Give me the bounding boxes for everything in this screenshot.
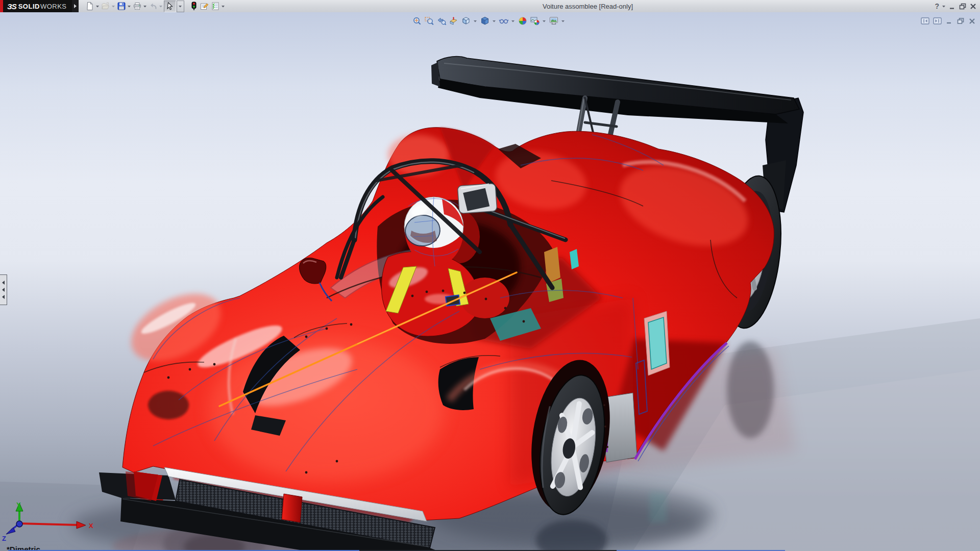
air-intake[interactable] xyxy=(457,183,497,213)
checker-flyout-caret[interactable] xyxy=(221,1,226,12)
save-flyout-caret[interactable] xyxy=(127,1,132,12)
collapse-arrow-icon xyxy=(2,295,5,299)
document-window-controls xyxy=(921,17,976,25)
collapse-arrow-icon xyxy=(2,281,5,285)
view-orientation-flyout-caret[interactable] xyxy=(473,15,478,26)
select-tool-icon[interactable] xyxy=(164,1,176,12)
comment-edit-icon[interactable] xyxy=(200,1,210,12)
zoom-to-fit-icon[interactable] xyxy=(411,15,422,26)
logo-works-text: WORKS xyxy=(40,3,67,10)
help-button[interactable]: ? xyxy=(935,2,939,10)
logo-expand-arrow-icon[interactable] xyxy=(72,0,79,12)
window-controls: ? xyxy=(935,0,977,12)
minimize-icon[interactable] xyxy=(948,3,956,10)
triad-y-label: Y xyxy=(16,501,21,509)
view-settings-icon[interactable] xyxy=(548,15,559,26)
undo-flyout-caret[interactable] xyxy=(159,1,163,12)
solidworks-window: ЗS SOLIDWORKS xyxy=(0,0,980,551)
stoplight-icon[interactable] xyxy=(189,1,199,12)
logo-mark: ЗS xyxy=(7,2,16,11)
document-title: Voiture assomblee [Read-only] xyxy=(543,3,633,10)
print-flyout-caret[interactable] xyxy=(143,1,148,12)
save-icon[interactable] xyxy=(116,1,127,12)
view-orientation-icon[interactable] xyxy=(460,15,471,26)
select-flyout-caret[interactable] xyxy=(177,1,184,12)
hide-show-flyout-caret[interactable] xyxy=(510,15,516,26)
main-toolbar xyxy=(85,0,226,12)
headsup-toolbar xyxy=(411,15,566,26)
section-view-icon[interactable] xyxy=(448,15,459,26)
restore-icon[interactable] xyxy=(959,3,967,10)
minimize-document-icon[interactable] xyxy=(945,17,953,25)
triad-x-label: X xyxy=(89,522,93,530)
previous-view-icon[interactable] xyxy=(436,15,447,26)
triad-z-label: Z xyxy=(2,535,6,542)
apply-scene-icon[interactable] xyxy=(529,15,540,26)
solidworks-logo: ЗS SOLIDWORKS xyxy=(0,0,79,12)
featuremanager-collapsed-tab[interactable] xyxy=(0,274,7,305)
new-document-icon[interactable] xyxy=(85,1,95,12)
open-flyout-caret[interactable] xyxy=(111,1,116,12)
3d-model-scene[interactable] xyxy=(0,12,980,551)
apply-scene-flyout-caret[interactable] xyxy=(542,15,547,26)
collapse-pane-right-icon[interactable] xyxy=(933,17,942,25)
open-icon[interactable] xyxy=(101,1,111,12)
collapse-arrow-icon xyxy=(2,288,5,292)
close-document-icon[interactable] xyxy=(968,17,976,25)
close-icon[interactable] xyxy=(969,3,977,10)
view-settings-flyout-caret[interactable] xyxy=(560,15,566,26)
new-flyout-caret[interactable] xyxy=(95,1,100,12)
edit-appearance-icon[interactable] xyxy=(517,15,528,26)
titlebar: ЗS SOLIDWORKS xyxy=(0,0,980,13)
undo-icon[interactable] xyxy=(148,1,158,12)
help-flyout-caret[interactable] xyxy=(942,3,946,10)
print-icon[interactable] xyxy=(132,1,142,12)
hide-show-items-icon[interactable] xyxy=(498,15,509,26)
collapse-pane-left-icon[interactable] xyxy=(921,17,929,25)
display-style-icon[interactable] xyxy=(479,15,490,26)
graphics-viewport[interactable]: Y X Z *Dimetric xyxy=(0,12,980,551)
restore-document-icon[interactable] xyxy=(957,17,965,25)
design-checker-icon[interactable] xyxy=(210,1,220,12)
display-style-flyout-caret[interactable] xyxy=(492,15,497,26)
logo-solid-text: SOLID xyxy=(18,3,40,10)
zoom-to-area-icon[interactable] xyxy=(424,15,434,26)
reference-triad: Y X Z xyxy=(0,501,117,545)
